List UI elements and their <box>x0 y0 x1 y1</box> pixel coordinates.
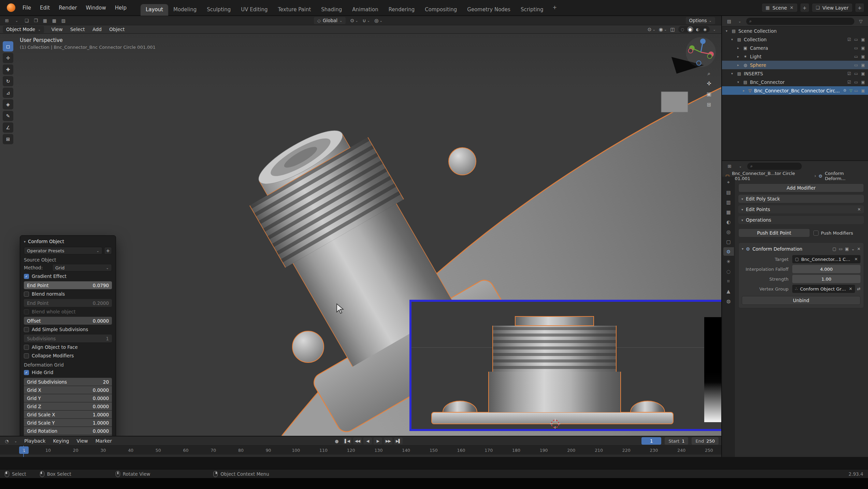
editor-type-icon[interactable]: ⊞ <box>3 17 11 24</box>
add-simple-subdivisions-checkbox[interactable]: Add Simple Subdivisions <box>24 326 112 333</box>
properties-editor-icon[interactable]: ⊞ <box>725 163 734 169</box>
auto-keying-button[interactable]: ● <box>333 438 341 444</box>
tool-setting-icon[interactable]: ❏ <box>23 17 31 24</box>
unbind-button[interactable]: Unbind <box>742 296 860 305</box>
modifier-name-field[interactable]: Conform Deformation <box>752 246 802 252</box>
flange-screw-dome[interactable] <box>449 148 476 175</box>
timeline-ruler[interactable]: 1020304050607080901001101201301401501601… <box>0 445 721 455</box>
transport-button[interactable]: ◀ <box>363 438 372 444</box>
transport-button[interactable]: ▶ <box>374 438 382 444</box>
tool-setting-icon[interactable]: ▩ <box>50 17 58 24</box>
view-layer-selector[interactable]: ❏ View Layer <box>812 3 853 12</box>
disable-render-icon[interactable]: ▣ <box>861 46 865 50</box>
topbar-menu-item[interactable]: Window <box>82 3 111 13</box>
outliner-row-light[interactable]: ▸ ✶ Light ▭ ▣ <box>722 52 868 61</box>
target-object-field[interactable]: ▢ Bnc_Connector...1 Conform Grid ✕ <box>792 255 860 263</box>
viewport-menu-item[interactable]: Add <box>89 25 105 34</box>
workspace-tab[interactable]: UV Editing <box>236 4 273 16</box>
viewport-menu-item[interactable]: Object <box>105 25 129 34</box>
navigation-gizmo[interactable] <box>685 36 717 68</box>
disclosure-icon[interactable]: ▸ <box>742 89 746 92</box>
disclosure-icon[interactable]: ▾ <box>729 72 735 75</box>
shading-mode-button[interactable]: ◌ <box>680 26 686 32</box>
tool-setting-icon[interactable]: ▨ <box>59 17 68 24</box>
outliner-row-collection[interactable]: ▾ ▤ Collection ☑ ▭ ▣ <box>722 35 868 44</box>
properties-tab[interactable]: ◎ <box>723 227 734 236</box>
perspective-toggle-icon[interactable]: ⊞ <box>704 100 714 109</box>
outliner-row-bnc-connector-object[interactable]: ▸ ▽ Bnc_Connector_Bnc Connector Circle 0… <box>722 86 868 95</box>
topbar-menu-item[interactable]: Render <box>54 3 81 13</box>
viewport-3d[interactable]: User Perspective (1) Collection | Bnc_Co… <box>0 34 721 436</box>
push-edit-point-button[interactable]: Push Edit Point <box>738 228 810 237</box>
grid-setting-slider[interactable]: Grid X 0.0000 <box>24 386 112 394</box>
tool-setting-icon[interactable]: ▦ <box>41 17 49 24</box>
close-icon[interactable]: ✕ <box>857 207 861 212</box>
invert-vertex-group-icon[interactable]: ⇄ <box>857 286 860 291</box>
timeline-menu-item[interactable]: Keying <box>49 437 73 445</box>
workspace-tab[interactable]: Geometry Nodes <box>462 4 516 16</box>
flange-screw-dome[interactable] <box>292 331 324 362</box>
hide-viewport-icon[interactable]: ▭ <box>854 54 858 59</box>
workspace-tab[interactable]: Texture Paint <box>273 4 316 16</box>
timeline-menu-item[interactable]: Playback <box>20 437 49 445</box>
properties-tab[interactable]: ▦ <box>723 208 734 216</box>
extras-dropdown-icon[interactable]: ⌄ <box>851 247 855 251</box>
blender-logo-icon[interactable] <box>7 3 15 12</box>
properties-tab[interactable]: ⚙ <box>723 247 734 256</box>
outliner-row-bnc-connector[interactable]: ▾ ▤ Bnc_Connector ☑ ▭ ▣ <box>722 78 868 86</box>
topbar-menu-item[interactable]: File <box>18 3 35 13</box>
delete-modifier-icon[interactable]: ✕ <box>857 247 860 251</box>
transport-button[interactable]: ▶▌ <box>394 438 403 444</box>
grid-setting-slider[interactable]: Grid Y 0.0000 <box>24 394 112 402</box>
toolbar-tool-button[interactable]: ◈ <box>3 99 13 109</box>
workspace-tab[interactable]: Modeling <box>168 4 202 16</box>
workspace-tab[interactable]: Shading <box>316 4 347 16</box>
disclosure-icon[interactable]: ▾ <box>736 80 741 84</box>
render-toggle-icon[interactable]: ▣ <box>845 247 849 251</box>
workspace-tab[interactable]: Scripting <box>516 4 549 16</box>
disable-render-icon[interactable]: ▣ <box>861 88 865 93</box>
add-workspace-button[interactable]: + <box>549 2 561 14</box>
breadcrumb-object[interactable]: Bnc_Connector_B...tor Circle 001.001 <box>732 171 812 181</box>
collapse-modifiers-checkbox[interactable]: Collapse Modifiers <box>24 352 112 359</box>
grid-setting-slider[interactable]: Grid Rotation 0.0000 <box>24 427 112 435</box>
collapse-icon[interactable]: ▾ <box>742 247 743 251</box>
editor-type-chevron-icon[interactable]: ⌄ <box>736 18 744 25</box>
hide-grid-checkbox[interactable]: ✓ Hide Grid <box>24 369 112 376</box>
method-dropdown[interactable]: Grid ⌄ <box>52 264 112 271</box>
frame-start-field[interactable]: Start 1 <box>665 437 688 445</box>
properties-tab[interactable]: ▥ <box>723 198 734 206</box>
outliner-row-inserts[interactable]: ▾ ▤ INSERTS ☑ ▭ ▣ <box>722 69 868 78</box>
editor-type-chevron-icon[interactable]: ⌄ <box>736 163 744 169</box>
exclude-checkbox-icon[interactable]: ☑ <box>848 71 851 76</box>
hide-viewport-icon[interactable]: ▭ <box>854 71 858 76</box>
timeline-editor-icon[interactable]: ◔ <box>3 438 11 444</box>
snap-dropdown[interactable]: ∪ ⌄ <box>363 18 370 23</box>
viewport-menu-item[interactable]: View <box>47 25 66 34</box>
shading-mode-button[interactable]: ◐ <box>695 26 701 32</box>
shading-mode-button[interactable]: ● <box>687 26 693 32</box>
transport-button[interactable]: ▶▶ <box>384 438 392 444</box>
toolbar-tool-button[interactable]: ✚ <box>3 64 13 75</box>
properties-search-input[interactable]: ⌕ <box>747 163 802 170</box>
axis-x-neg-ball[interactable] <box>689 49 693 53</box>
grid-setting-slider[interactable]: Grid Subdivisions 20 <box>24 378 112 386</box>
properties-tab[interactable]: ◌ <box>723 267 734 276</box>
editor-type-chevron-icon[interactable]: ⌄ <box>13 17 21 24</box>
hide-viewport-icon[interactable]: ▭ <box>854 80 858 85</box>
filter-icon[interactable]: ▽ <box>857 18 865 25</box>
toolbar-tool-button[interactable]: ✎ <box>3 111 13 121</box>
edit-points-panel-header[interactable]: ▾ Edit Points ✕ <box>738 205 864 213</box>
grid-setting-slider[interactable]: Grid Scale Y 1.0000 <box>24 419 112 427</box>
operations-panel-header[interactable]: ▾ Operations <box>738 216 864 224</box>
frame-end-field[interactable]: End 250 <box>692 437 719 445</box>
clear-icon[interactable]: ✕ <box>849 286 852 291</box>
options-dropdown[interactable]: Options ⌄ <box>686 17 715 24</box>
disable-render-icon[interactable]: ▣ <box>861 80 865 85</box>
outliner-row-scene-collection[interactable]: ▾ ▤ Scene Collection <box>722 27 868 35</box>
vertex-group-field[interactable]: ∴ Conform Object Gradient ... ✕ <box>792 285 855 293</box>
pivot-point-dropdown[interactable]: ⊙ ⌄ <box>350 18 358 23</box>
hide-viewport-icon[interactable]: ▭ <box>854 46 858 50</box>
properties-tab[interactable]: ◐ <box>723 218 734 226</box>
outliner-row-sphere[interactable]: ▸ ◍ Sphere ▭ ▣ <box>722 61 868 69</box>
